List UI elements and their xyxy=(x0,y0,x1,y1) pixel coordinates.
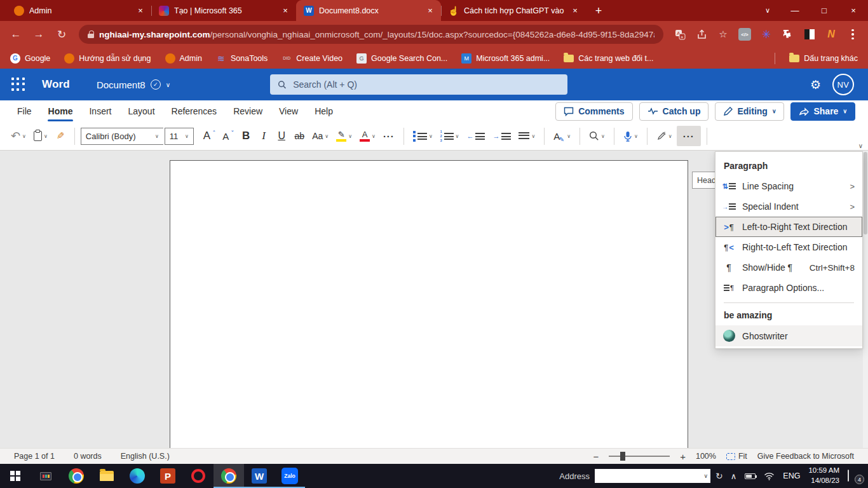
app-name[interactable]: Word xyxy=(42,78,70,91)
menu-insert[interactable]: Insert xyxy=(81,102,119,120)
chevron-down-icon[interactable]: ∨ xyxy=(531,133,535,139)
browser-menu-icon[interactable] xyxy=(844,25,862,43)
font-name-select[interactable]: Calibri (Body)∨ xyxy=(81,128,163,145)
menu-item-line-spacing[interactable]: ⇅ Line Spacing > xyxy=(715,176,862,196)
menu-item-paragraph-options[interactable]: ¶ Paragraph Options... xyxy=(715,278,862,298)
menu-item-ghostwriter[interactable]: Ghostwriter xyxy=(715,325,862,346)
change-case-button[interactable]: Aa∨ xyxy=(309,126,332,146)
powerpoint-taskbar-button[interactable]: P xyxy=(153,464,183,488)
menu-item-show-hide-marks[interactable]: ¶ Show/Hide ¶ Ctrl+Shift+8 xyxy=(715,257,862,278)
page-count[interactable]: Page 1 of 1 xyxy=(14,452,55,461)
menu-item-ltr-direction[interactable]: >¶ Left-to-Right Text Direction xyxy=(715,217,862,237)
find-button[interactable]: ∨ xyxy=(586,126,608,146)
tab-admin[interactable]: Admin × xyxy=(6,0,151,21)
chrome-taskbar-button[interactable] xyxy=(61,464,92,488)
share-icon[interactable] xyxy=(693,25,710,43)
zoom-level[interactable]: 100% xyxy=(696,452,716,461)
search-input[interactable] xyxy=(293,79,560,90)
action-center-button[interactable]: 4 xyxy=(848,470,862,482)
extensions-puzzle-icon[interactable] xyxy=(779,25,797,43)
wifi-icon[interactable] xyxy=(764,472,775,480)
word-taskbar-button[interactable]: W xyxy=(244,464,275,488)
feedback-link[interactable]: Give Feedback to Microsoft xyxy=(757,452,854,461)
word-count[interactable]: 0 words xyxy=(74,452,102,461)
search-box[interactable] xyxy=(270,74,567,95)
italic-button[interactable]: I xyxy=(255,126,272,146)
format-painter-button[interactable]: ✎ xyxy=(52,126,69,146)
lock-icon[interactable] xyxy=(88,30,94,38)
title-chevron-down-icon[interactable]: ∨ xyxy=(166,81,170,88)
decrease-indent-button[interactable]: ← xyxy=(463,126,488,146)
language-status[interactable]: English (U.S.) xyxy=(121,452,170,461)
zalo-taskbar-button[interactable]: Zalo xyxy=(275,464,305,488)
bookmark-admin[interactable]: Admin xyxy=(165,53,202,64)
chevron-down-icon[interactable]: ∨ xyxy=(348,133,352,139)
bookmark-star-icon[interactable]: ☆ xyxy=(714,25,732,43)
extension-n-logo-icon[interactable]: N xyxy=(822,25,840,43)
document-title[interactable]: Document8 ✓ ∨ xyxy=(97,79,170,90)
clock[interactable]: 10:59 AM14/08/23 xyxy=(808,466,839,485)
menu-item-rtl-direction[interactable]: ¶< Right-to-Left Text Direction xyxy=(715,237,862,257)
zoom-slider[interactable] xyxy=(609,456,670,457)
bookmark-sonatools[interactable]: ≋SonaTools xyxy=(216,53,268,64)
menu-review[interactable]: Review xyxy=(225,102,271,120)
zoom-in-button[interactable]: + xyxy=(680,451,686,462)
chevron-down-icon[interactable]: ∨ xyxy=(325,133,329,139)
chevron-down-icon[interactable]: ∨ xyxy=(372,133,376,139)
increase-indent-button[interactable]: → xyxy=(489,126,514,146)
more-font-options-button[interactable]: ··· xyxy=(380,126,398,146)
address-go-icon[interactable]: ↻ xyxy=(715,471,723,481)
tab-chatgpt-article[interactable]: ☝ Cách tích hợp ChatGPT vào Micr × xyxy=(441,0,586,21)
url-field[interactable]: nghiaai-my.sharepoint.com/personal/vongh… xyxy=(79,25,663,44)
start-button[interactable] xyxy=(0,464,31,488)
styles-button[interactable]: A✎∨ xyxy=(550,126,574,146)
document-page[interactable] xyxy=(170,160,688,448)
chevron-down-icon[interactable]: ∨ xyxy=(668,133,672,139)
zoom-slider-thumb[interactable] xyxy=(620,452,625,461)
fit-button[interactable]: Fit xyxy=(726,452,747,461)
font-size-select[interactable]: 11∨ xyxy=(165,128,194,145)
extension-flower-icon[interactable]: ✳ xyxy=(757,25,775,43)
new-tab-button[interactable]: + xyxy=(590,2,607,20)
underline-button[interactable]: U xyxy=(273,126,290,146)
bullets-button[interactable]: ∨ xyxy=(410,126,436,146)
tab-search-icon[interactable]: ∨ xyxy=(755,0,780,21)
tab-close-icon[interactable]: × xyxy=(569,5,581,17)
menu-layout[interactable]: Layout xyxy=(119,102,163,120)
alignment-button[interactable]: ∨ xyxy=(515,126,538,146)
bookmark-m365-admin[interactable]: MMicrosoft 365 admi... xyxy=(461,53,550,64)
chevron-down-icon[interactable]: ∨ xyxy=(567,133,571,139)
chevron-down-icon[interactable]: ∨ xyxy=(44,133,48,139)
file-explorer-button[interactable] xyxy=(92,464,122,488)
grow-font-button[interactable]: Aˆ xyxy=(200,126,218,146)
menu-help[interactable]: Help xyxy=(306,102,341,120)
menu-view[interactable]: View xyxy=(271,102,306,120)
close-button[interactable]: × xyxy=(839,0,868,21)
chevron-down-icon[interactable]: ∨ xyxy=(22,133,26,139)
app-launcher-icon[interactable] xyxy=(11,78,25,92)
bookmark-google[interactable]: GGoogle xyxy=(10,53,50,64)
hidden-icons-chevron-icon[interactable]: ∧ xyxy=(731,471,737,481)
share-button[interactable]: Share ∨ xyxy=(790,102,855,121)
battery-icon[interactable] xyxy=(745,473,756,479)
maximize-button[interactable]: □ xyxy=(810,0,839,21)
bookmark-search-console[interactable]: GGoogle Search Con... xyxy=(356,53,447,64)
tab-close-icon[interactable]: × xyxy=(424,5,436,17)
avatar[interactable]: NV xyxy=(832,74,854,95)
undo-button[interactable]: ↶∨ xyxy=(8,126,29,146)
chevron-down-icon[interactable]: ∨ xyxy=(601,133,605,139)
extension-square-icon[interactable] xyxy=(801,25,818,43)
strikethrough-button[interactable]: ab xyxy=(291,126,308,146)
forward-icon[interactable]: → xyxy=(29,25,48,44)
tab-microsoft-365[interactable]: Tạo | Microsoft 365 × xyxy=(151,0,296,21)
shrink-font-button[interactable]: Aˇ xyxy=(219,126,236,146)
translate-icon[interactable]: Aa xyxy=(671,25,689,43)
bold-button[interactable]: B xyxy=(238,126,254,146)
bookmark-huong-dan[interactable]: Hướng dẫn sử dụng xyxy=(64,53,151,64)
menu-item-special-indent[interactable]: → Special Indent > xyxy=(715,196,862,217)
back-icon[interactable]: ← xyxy=(6,25,25,44)
chevron-down-icon[interactable]: ∨ xyxy=(703,473,708,479)
opera-taskbar-button[interactable] xyxy=(183,464,214,488)
edge-taskbar-button[interactable] xyxy=(122,464,153,488)
pinned-app-button[interactable] xyxy=(31,464,61,488)
